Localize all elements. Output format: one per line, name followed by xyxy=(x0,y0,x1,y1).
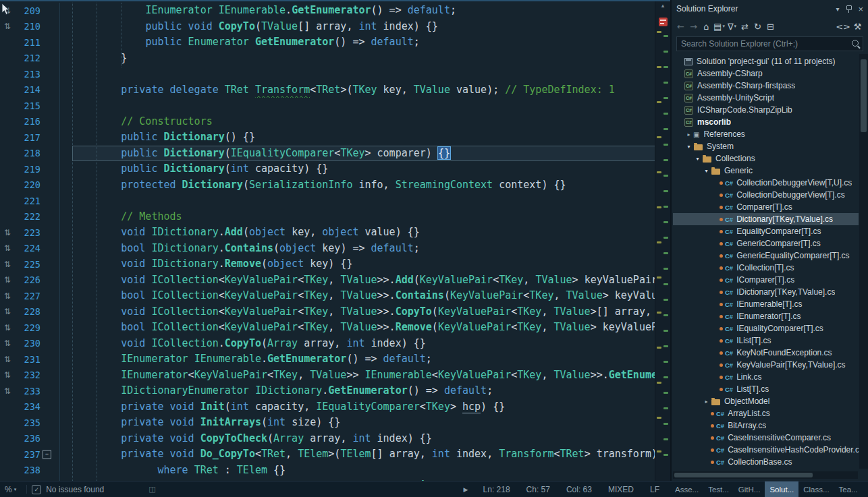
tree-item[interactable]: C#CollectionBase.cs xyxy=(673,456,859,468)
code-area[interactable]: ⇅209 IEnumerator IEnumerable.GetEnumerat… xyxy=(0,3,655,481)
line-number[interactable]: 216 xyxy=(15,116,40,127)
code-line[interactable]: 235 private void InitArrays(int size) {} xyxy=(0,415,655,431)
line-number[interactable]: 223 xyxy=(15,227,40,238)
panel-tab-gith[interactable]: GitH... xyxy=(734,481,765,497)
sync-with-active-document-icon[interactable]: ⇄ xyxy=(739,20,751,33)
line-number[interactable]: 237 xyxy=(15,449,40,460)
line-ending-indicator[interactable]: LF xyxy=(650,485,659,494)
pin-icon[interactable] xyxy=(845,5,852,13)
editor-scrollbar[interactable]: ▴ xyxy=(655,0,670,481)
se-horizontal-scrollbar[interactable] xyxy=(673,471,858,479)
line-number[interactable]: 229 xyxy=(15,322,40,333)
implementation-arrows-icon[interactable]: ⇅ xyxy=(0,260,15,269)
scrollbar-thumb[interactable] xyxy=(674,473,813,477)
tree-item[interactable]: C#mscorlib xyxy=(673,116,859,128)
implementation-arrows-icon[interactable]: ⇅ xyxy=(0,307,15,316)
panel-tab-tea[interactable]: Tea... xyxy=(834,481,863,497)
line-number[interactable]: 234 xyxy=(15,401,40,412)
implementation-arrows-icon[interactable]: ⇅ xyxy=(0,228,15,237)
tree-item[interactable]: C#IEnumerator[T].cs xyxy=(673,310,859,322)
tree-item[interactable]: C#IList[T].cs xyxy=(673,334,859,347)
line-number[interactable]: 217 xyxy=(15,132,40,143)
tree-item[interactable]: C#KeyNotFoundException.cs xyxy=(673,347,859,359)
window-position-icon[interactable]: ▾ xyxy=(836,5,839,13)
search-input[interactable] xyxy=(676,36,863,51)
line-number[interactable]: 226 xyxy=(15,274,40,285)
line-number[interactable]: 236 xyxy=(15,433,40,444)
implementation-arrows-icon[interactable]: ⇅ xyxy=(0,386,15,396)
tree-item[interactable]: C#IEnumerable[T].cs xyxy=(673,298,859,310)
code-line[interactable]: 213 xyxy=(0,66,655,82)
tree-item[interactable]: Solution 'project-gui' (11 of 11 project… xyxy=(673,55,859,67)
code-line[interactable]: 215 xyxy=(0,98,655,114)
char-indicator[interactable]: Ch: 57 xyxy=(526,485,550,494)
line-number[interactable]: 227 xyxy=(15,291,40,301)
tree-item[interactable]: ▸ObjectModel xyxy=(673,395,859,407)
tree-item[interactable]: C#ICollection[T].cs xyxy=(673,262,859,274)
line-number[interactable]: 238 xyxy=(15,465,40,475)
code-line[interactable]: 221 xyxy=(0,193,655,209)
code-line[interactable]: 238 where TRet : TElem {} xyxy=(0,463,655,479)
chevron-expanded-icon[interactable]: ▾ xyxy=(702,168,711,174)
indent-mode-indicator[interactable]: MIXED xyxy=(608,485,634,494)
line-number[interactable]: 230 xyxy=(15,338,40,349)
line-number[interactable]: 212 xyxy=(15,53,40,63)
chevron-expanded-icon[interactable]: ▾ xyxy=(684,144,693,150)
code-line[interactable]: ⇅231 IEnumerator IEnumerable.GetEnumerat… xyxy=(0,351,655,368)
code-line[interactable]: ⇅229 bool ICollection<KeyValuePair<TKey,… xyxy=(0,320,655,336)
implementation-arrows-icon[interactable]: ⇅ xyxy=(0,355,15,364)
tree-item[interactable]: C#Dictionary[TKey,TValue].cs xyxy=(673,213,859,225)
code-line[interactable]: 236 private void CopyToCheck(Array array… xyxy=(0,431,655,447)
filter-icon[interactable]: ∇▾ xyxy=(726,20,738,33)
panel-tab-solut[interactable]: Solut... xyxy=(765,481,798,497)
line-number[interactable]: 215 xyxy=(15,100,40,111)
implementation-arrows-icon[interactable]: ⇅ xyxy=(0,22,15,31)
line-number[interactable]: 224 xyxy=(15,243,40,254)
tree-item[interactable]: C#KeyValuePair[TKey,TValue].cs xyxy=(673,359,859,371)
line-number[interactable]: 233 xyxy=(15,386,40,397)
implementation-arrows-icon[interactable]: ⇅ xyxy=(0,291,15,301)
line-number[interactable]: 221 xyxy=(15,196,40,206)
tree-item[interactable]: C#CollectionDebuggerView[T,U].cs xyxy=(673,177,859,189)
panel-tab-test[interactable]: Test... xyxy=(703,481,734,497)
code-editor[interactable]: ⇅209 IEnumerator IEnumerable.GetEnumerat… xyxy=(0,0,670,481)
tree-item[interactable]: C#IComparer[T].cs xyxy=(673,274,859,286)
line-number[interactable]: 219 xyxy=(15,164,40,175)
line-number[interactable]: 222 xyxy=(15,211,40,222)
se-vertical-scrollbar[interactable] xyxy=(859,54,868,469)
tree-item[interactable]: ▾Generic xyxy=(673,165,859,177)
tree-item[interactable]: C#CollectionDebuggerView[T].cs xyxy=(673,189,859,201)
line-number[interactable]: 218 xyxy=(15,148,40,158)
tree-item[interactable]: C#Comparer[T].cs xyxy=(673,201,859,213)
line-number[interactable]: 211 xyxy=(15,37,40,48)
tree-item[interactable]: C#Assembly-CSharp-firstpass xyxy=(673,80,859,92)
zoom-control[interactable]: % ▾ xyxy=(5,485,16,494)
tree-item[interactable]: C#Assembly-CSharp xyxy=(673,67,859,80)
play-icon[interactable]: ▶ xyxy=(464,486,468,493)
tree-item[interactable]: C#List[T].cs xyxy=(673,383,859,395)
code-line[interactable]: 218 public Dictionary(IEqualityComparer<… xyxy=(0,146,655,162)
implementation-arrows-icon[interactable]: ⇅ xyxy=(0,275,15,285)
column-indicator[interactable]: Col: 63 xyxy=(566,485,592,494)
fold-collapse-icon[interactable]: − xyxy=(43,450,51,459)
panel-tab-class[interactable]: Class... xyxy=(798,481,834,497)
tree-item[interactable]: C#ICSharpCode.SharpZipLib xyxy=(673,104,859,116)
tree-item[interactable]: C#IEqualityComparer[T].cs xyxy=(673,322,859,334)
home-icon[interactable]: ⌂ xyxy=(701,20,712,33)
tree-item[interactable]: ▸▣References xyxy=(673,128,859,140)
refresh-icon[interactable]: ↻ xyxy=(752,20,763,33)
line-number[interactable]: 214 xyxy=(15,84,40,95)
code-line[interactable]: ⇅224 bool IDictionary.Contains(object ke… xyxy=(0,241,655,257)
implementation-arrows-icon[interactable]: ⇅ xyxy=(0,243,15,253)
collapse-all-icon[interactable]: ⊟ xyxy=(765,20,776,33)
code-line[interactable]: 219 public Dictionary(int capacity) {} xyxy=(0,161,655,177)
tree-item[interactable]: C#Assembly-UnityScript xyxy=(673,92,859,104)
code-line[interactable]: 217 public Dictionary() {} xyxy=(0,129,655,146)
line-number[interactable]: 213 xyxy=(15,69,40,80)
chevron-expanded-icon[interactable]: ▾ xyxy=(693,156,702,162)
panel-tab-asse[interactable]: Asse... xyxy=(670,481,703,497)
view-code-icon[interactable]: <> xyxy=(836,20,850,33)
code-line[interactable]: 216 // Constructors xyxy=(0,114,655,130)
forward-icon[interactable]: → xyxy=(688,20,699,33)
code-line[interactable]: ⇅226 void ICollection<KeyValuePair<TKey,… xyxy=(0,272,655,289)
